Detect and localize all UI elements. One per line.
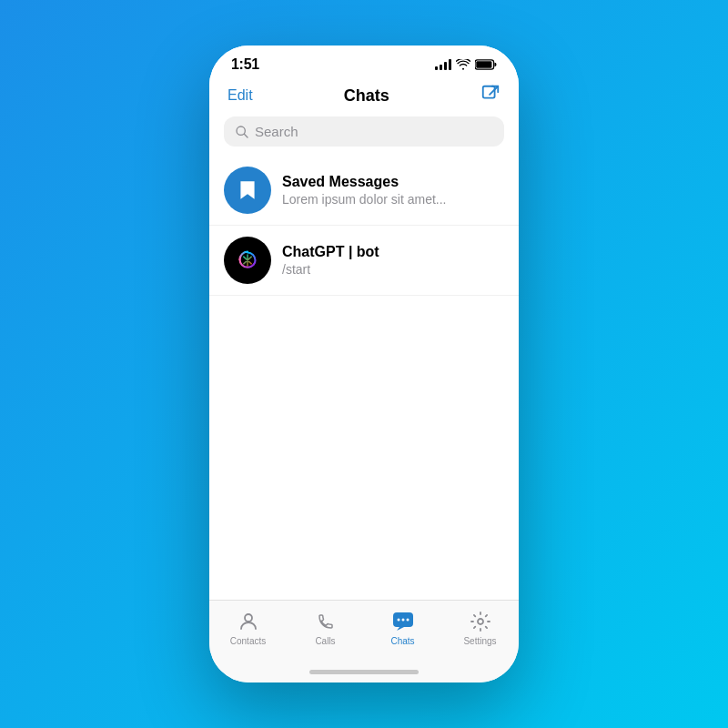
avatar-chatgpt (224, 237, 271, 284)
tab-bar: Contacts Calls Chats (209, 600, 519, 664)
svg-rect-1 (476, 61, 491, 68)
tab-chats[interactable]: Chats (364, 610, 441, 646)
phone-frame: 1:51 Edit (209, 46, 519, 682)
tab-settings-label: Settings (463, 636, 496, 646)
search-placeholder: Search (255, 124, 298, 139)
svg-point-8 (401, 619, 404, 622)
tab-chats-label: Chats (390, 636, 414, 646)
calls-icon (314, 610, 338, 633)
chat-name-chatgpt: ChatGPT | bot (282, 244, 504, 260)
chat-name-saved-messages: Saved Messages (282, 174, 504, 190)
status-bar: 1:51 (209, 46, 519, 78)
edit-button[interactable]: Edit (228, 87, 253, 104)
search-bar[interactable]: Search (224, 116, 504, 147)
search-icon (235, 125, 249, 139)
settings-icon (469, 610, 492, 633)
tab-contacts-label: Contacts (230, 636, 266, 646)
chat-preview-chatgpt: /start (282, 262, 504, 277)
chat-list: Saved Messages Lorem ipsum dolor sit ame… (209, 156, 519, 600)
status-icons (435, 59, 497, 70)
chat-info-saved-messages: Saved Messages Lorem ipsum dolor sit ame… (282, 174, 504, 207)
tab-contacts[interactable]: Contacts (209, 610, 287, 646)
compose-button[interactable] (480, 84, 500, 107)
status-time: 1:51 (231, 56, 259, 73)
battery-icon (475, 59, 497, 70)
wifi-icon (456, 59, 470, 70)
avatar-saved-messages (224, 167, 271, 214)
tab-settings[interactable]: Settings (441, 610, 519, 646)
chat-info-chatgpt: ChatGPT | bot /start (282, 244, 504, 277)
chat-preview-saved-messages: Lorem ipsum dolor sit amet... (282, 192, 504, 207)
home-indicator (209, 664, 519, 682)
nav-title: Chats (344, 86, 389, 106)
tab-calls[interactable]: Calls (287, 610, 364, 646)
signal-icon (435, 59, 451, 70)
home-bar (309, 670, 419, 674)
svg-point-9 (406, 619, 409, 622)
tab-calls-label: Calls (315, 636, 335, 646)
nav-header: Edit Chats (209, 78, 519, 116)
chat-item-chatgpt[interactable]: ChatGPT | bot /start (209, 226, 519, 296)
svg-point-5 (245, 614, 252, 622)
svg-point-10 (478, 619, 483, 624)
search-container: Search (209, 116, 519, 156)
svg-point-7 (397, 619, 399, 622)
chats-icon (391, 610, 415, 633)
chat-item-saved-messages[interactable]: Saved Messages Lorem ipsum dolor sit ame… (209, 156, 519, 226)
contacts-icon (237, 610, 260, 633)
